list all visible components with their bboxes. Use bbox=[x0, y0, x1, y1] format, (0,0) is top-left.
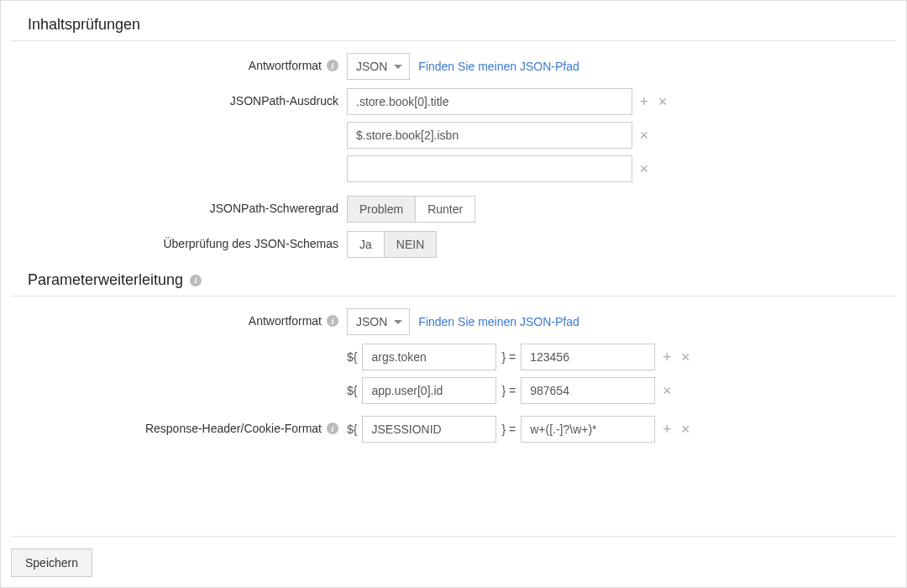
close-icon[interactable]: × bbox=[637, 127, 651, 144]
plus-icon[interactable]: + bbox=[660, 349, 674, 366]
section-content-checks-title: Inhaltsprüfungen bbox=[11, 11, 896, 41]
label-response-format-2: Antwortformat i bbox=[11, 308, 347, 328]
form-footer: Speichern bbox=[11, 536, 896, 577]
label-header-cookie-format: Response-Header/Cookie-Format i bbox=[11, 416, 347, 435]
label-schema-check: Überprüfung des JSON-Schemas bbox=[11, 231, 347, 250]
section-parameter-forwarding-title: Parameterweiterleitung i bbox=[11, 266, 896, 297]
chevron-down-icon bbox=[394, 320, 402, 324]
severity-option-problem[interactable]: Problem bbox=[348, 197, 415, 222]
header-key-input[interactable] bbox=[362, 416, 496, 443]
schema-option-no[interactable]: NEIN bbox=[384, 232, 436, 257]
jsonpath-severity-toggle[interactable]: Problem Runter bbox=[347, 196, 475, 223]
response-format-select-1[interactable]: JSON bbox=[347, 53, 410, 80]
info-icon[interactable]: i bbox=[327, 423, 338, 434]
prefix-text: ${ bbox=[347, 384, 357, 397]
severity-option-down[interactable]: Runter bbox=[415, 197, 474, 222]
prefix-text: ${ bbox=[347, 423, 357, 436]
plus-icon[interactable]: + bbox=[637, 93, 651, 111]
param-value-input[interactable] bbox=[521, 377, 655, 404]
plus-icon[interactable]: + bbox=[660, 421, 674, 438]
settings-form: Inhaltsprüfungen Antwortformat i JSON Fi… bbox=[0, 0, 907, 588]
suffix-eq-text: } = bbox=[501, 384, 516, 397]
jsonpath-input[interactable] bbox=[347, 122, 632, 149]
jsonpath-input[interactable] bbox=[347, 155, 632, 182]
param-value-input[interactable] bbox=[521, 344, 655, 370]
section-title-text: Inhaltsprüfungen bbox=[28, 16, 140, 34]
header-value-input[interactable] bbox=[521, 416, 655, 443]
label-response-format-1: Antwortformat i bbox=[11, 53, 347, 72]
close-icon[interactable]: × bbox=[660, 382, 674, 400]
schema-option-yes[interactable]: Ja bbox=[348, 232, 384, 257]
save-button[interactable]: Speichern bbox=[11, 549, 92, 577]
schema-check-toggle[interactable]: Ja NEIN bbox=[347, 231, 437, 258]
prefix-text: ${ bbox=[347, 350, 357, 364]
param-key-input[interactable] bbox=[362, 377, 496, 404]
find-json-path-link-1[interactable]: Finden Sie meinen JSON-Pfad bbox=[418, 60, 579, 73]
info-icon[interactable]: i bbox=[327, 315, 338, 327]
find-json-path-link-2[interactable]: Finden Sie meinen JSON-Pfad bbox=[418, 315, 579, 328]
suffix-eq-text: } = bbox=[501, 423, 516, 436]
info-icon[interactable]: i bbox=[190, 275, 202, 286]
suffix-eq-text: } = bbox=[501, 350, 516, 364]
jsonpath-input[interactable] bbox=[347, 88, 632, 115]
response-format-select-2[interactable]: JSON bbox=[347, 308, 410, 335]
param-key-input[interactable] bbox=[362, 344, 496, 370]
close-icon[interactable]: × bbox=[656, 93, 669, 111]
section-title-text: Parameterweiterleitung bbox=[28, 271, 183, 289]
info-icon[interactable]: i bbox=[327, 60, 338, 71]
close-icon[interactable]: × bbox=[679, 349, 692, 366]
label-jsonpath-severity: JSONPath-Schweregrad bbox=[11, 196, 347, 215]
close-icon[interactable]: × bbox=[637, 160, 651, 178]
label-empty bbox=[11, 344, 347, 349]
chevron-down-icon bbox=[394, 65, 402, 69]
close-icon[interactable]: × bbox=[679, 421, 692, 438]
label-jsonpath-expression: JSONPath-Ausdruck bbox=[11, 88, 347, 108]
